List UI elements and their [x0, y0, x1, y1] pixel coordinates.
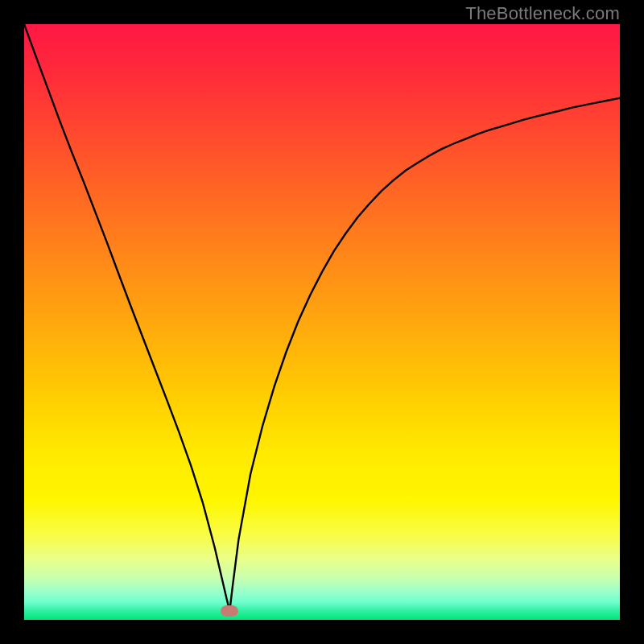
chart-frame: TheBottleneck.com — [0, 0, 644, 644]
curve-line — [24, 24, 620, 611]
watermark-text: TheBottleneck.com — [465, 3, 620, 24]
minimum-marker — [221, 605, 238, 617]
chart-svg — [24, 24, 620, 620]
plot-area — [24, 24, 620, 620]
